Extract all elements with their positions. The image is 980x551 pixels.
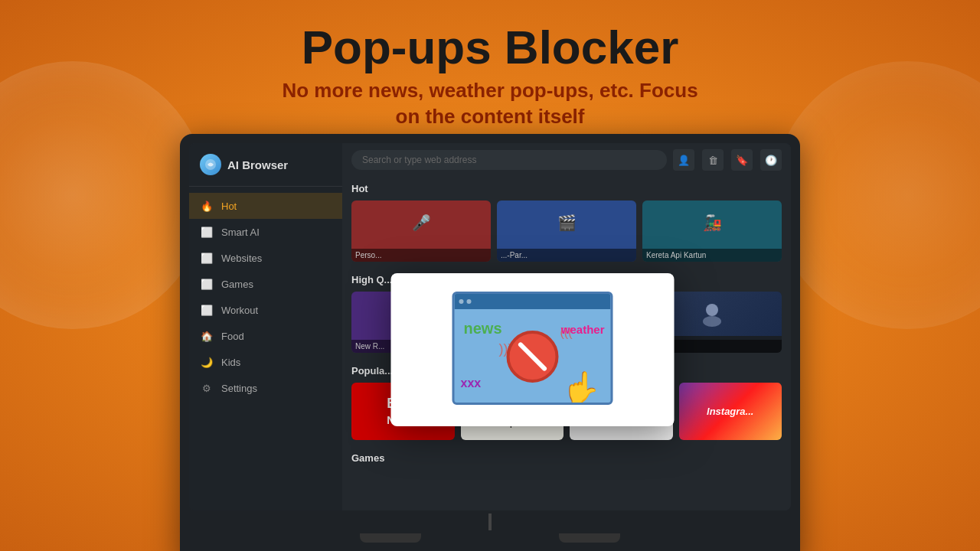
top-icons: 👤 🗑 🔖 🕐	[673, 149, 782, 171]
nav-label-food: Food	[221, 331, 244, 342]
websites-icon: ⬜	[200, 251, 214, 265]
sidebar-item-websites[interactable]: ⬜ Websites	[189, 245, 342, 271]
settings-icon: ⚙	[200, 381, 214, 395]
hot-card-3-label: Kereta Api Kartun	[642, 249, 782, 262]
popup-xxx-label: xxx	[461, 377, 482, 390]
sidebar-item-workout[interactable]: ⬜ Workout	[189, 297, 342, 323]
bookmark-icon[interactable]: 🔖	[731, 149, 753, 171]
hot-section-title: Hot	[351, 183, 782, 194]
hot-card-2-thumb: 🎬	[497, 201, 636, 245]
logo-icon	[200, 154, 221, 175]
search-bar[interactable]: Search or type web address	[351, 150, 667, 170]
page-subtitle: No more news, weather pop-ups, etc. Focu…	[0, 78, 980, 130]
sidebar-item-settings[interactable]: ⚙ Settings	[189, 375, 342, 401]
browser-dot-1	[459, 299, 464, 304]
tv-screen: AI Browser 🔥 Hot ⬜ Smart AI ⬜ Websites	[189, 143, 791, 510]
hot-cards-row: 🎤 Perso... 🎬 ...-Par... 🚂 Kereta Api Kar…	[351, 201, 782, 262]
nav-label-smart-ai: Smart AI	[221, 227, 260, 238]
popular-instagram[interactable]: Instagra...	[679, 383, 782, 440]
sidebar-item-hot[interactable]: 🔥 Hot	[189, 193, 342, 219]
tv-stand: mi	[189, 510, 791, 543]
games-title: Games	[351, 452, 782, 464]
sidebar-item-food[interactable]: 🏠 Food	[189, 323, 342, 349]
nav-label-websites: Websites	[221, 253, 262, 264]
hot-card-2-label: ...-Par...	[497, 249, 636, 262]
nav-label-settings: Settings	[221, 383, 257, 394]
instagram-text: Instagra...	[707, 406, 753, 417]
svg-point-1	[706, 304, 718, 316]
nav-label-games: Games	[221, 279, 253, 290]
tv-feet	[360, 533, 620, 543]
workout-icon: ⬜	[200, 303, 214, 317]
page-title: Pop-ups Blocker	[0, 21, 980, 73]
user-icon[interactable]: 👤	[673, 149, 694, 171]
search-placeholder-text: Search or type web address	[362, 155, 476, 165]
games-section: Games	[342, 446, 791, 476]
food-icon: 🏠	[200, 329, 214, 343]
popup-hand-icon: 👆	[562, 370, 600, 405]
logo-text: AI Browser	[227, 158, 288, 171]
tv-container: AI Browser 🔥 Hot ⬜ Smart AI ⬜ Websites	[180, 134, 800, 551]
hot-card-3-thumb: 🚂	[642, 201, 782, 245]
sidebar-item-kids[interactable]: 🌙 Kids	[189, 349, 342, 375]
popup-browser-mockup: news ))) ((( weather xxx	[452, 292, 613, 405]
browser-dot-2	[467, 299, 472, 304]
top-bar: Search or type web address 👤 🗑 🔖 🕐	[342, 143, 791, 177]
hot-card-1-thumb: 🎤	[351, 201, 491, 245]
hot-card-3[interactable]: 🚂 Kereta Api Kartun	[642, 201, 782, 262]
hot-section: Hot 🎤 Perso... 🎬 ...-Par... 🚂	[342, 177, 791, 268]
sidebar-item-smart-ai[interactable]: ⬜ Smart AI	[189, 219, 342, 245]
tv-frame: AI Browser 🔥 Hot ⬜ Smart AI ⬜ Websites	[180, 134, 800, 551]
kids-icon: 🌙	[200, 355, 214, 369]
hot-icon: 🔥	[200, 199, 214, 213]
block-slash	[518, 341, 548, 372]
hot-card-1[interactable]: 🎤 Perso...	[351, 201, 491, 262]
popup-blocker-modal: news ))) ((( weather xxx	[391, 273, 675, 426]
history-icon[interactable]: 🕐	[760, 149, 782, 171]
tv-foot-right	[559, 533, 620, 543]
block-circle	[507, 331, 559, 383]
nav-label-workout: Workout	[221, 305, 258, 316]
sidebar-item-games[interactable]: ⬜ Games	[189, 271, 342, 297]
svg-point-2	[703, 316, 721, 327]
smart-ai-icon: ⬜	[200, 225, 214, 239]
sidebar: AI Browser 🔥 Hot ⬜ Smart AI ⬜ Websites	[189, 143, 342, 510]
tv-stand-pole	[488, 514, 492, 530]
tv-foot-left	[360, 533, 421, 543]
popup-news-label: news	[464, 320, 502, 337]
page-header: Pop-ups Blocker No more news, weather po…	[0, 0, 980, 130]
popup-browser-bar	[455, 294, 611, 309]
popup-weather-label: weather	[561, 323, 605, 336]
sidebar-logo: AI Browser	[189, 154, 342, 187]
nav-label-hot: Hot	[221, 201, 237, 212]
hot-card-1-label: Perso...	[351, 249, 491, 262]
nav-label-kids: Kids	[221, 357, 240, 368]
games-icon: ⬜	[200, 277, 214, 291]
hot-card-2[interactable]: 🎬 ...-Par...	[497, 201, 636, 262]
trash-icon[interactable]: 🗑	[702, 149, 724, 171]
popup-content-area: news ))) ((( weather xxx	[455, 309, 611, 405]
